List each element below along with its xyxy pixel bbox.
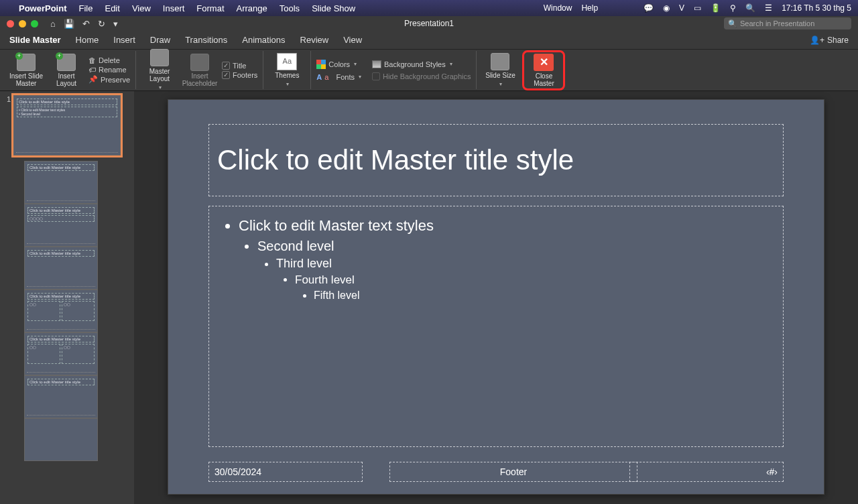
- status-viber-icon[interactable]: ◉: [663, 3, 670, 13]
- save-icon[interactable]: 💾: [64, 19, 74, 29]
- preserve-icon: 📌: [88, 75, 98, 84]
- layout-thumbnail[interactable]: Click to edit Master title style▢▢▢▢: [24, 290, 98, 332]
- tab-transitions[interactable]: Transitions: [185, 35, 227, 45]
- master-thumbnail[interactable]: Click to edit Master title style • Click…: [13, 95, 121, 155]
- menu-arrange[interactable]: Arrange: [237, 3, 267, 13]
- window-maximize-button[interactable]: [31, 20, 38, 27]
- window-close-button[interactable]: [7, 20, 14, 27]
- layout-thumbnail[interactable]: Click to edit Master title style: [24, 375, 98, 418]
- home-icon[interactable]: ⌂: [50, 19, 56, 29]
- slide-master[interactable]: Click to edit Master title style Click t…: [168, 99, 824, 495]
- hide-background-checkbox[interactable]: Hide Background Graphics: [372, 72, 471, 80]
- footers-checkbox[interactable]: Footers: [222, 71, 257, 79]
- status-chat-icon[interactable]: 💬: [644, 3, 654, 13]
- background-styles-dropdown[interactable]: Background Styles▾: [372, 60, 471, 68]
- menu-slideshow[interactable]: Slide Show: [312, 3, 355, 13]
- menu-tools[interactable]: Tools: [280, 3, 300, 13]
- plus-icon: +: [15, 52, 23, 60]
- title-checkbox[interactable]: Title: [222, 62, 257, 70]
- status-dock-icon[interactable]: ▭: [694, 3, 701, 13]
- slide-size-icon: [491, 53, 509, 70]
- master-layout-button[interactable]: Master Layout▾: [141, 49, 178, 91]
- tab-home[interactable]: Home: [76, 35, 99, 45]
- insert-placeholder-button[interactable]: Insert Placeholder: [182, 54, 218, 87]
- layout-thumbnail[interactable]: Click to edit Master title style: [24, 161, 98, 204]
- share-icon: 👤+: [810, 36, 824, 45]
- status-clock[interactable]: 17:16 Th 5 30 thg 5: [782, 3, 851, 13]
- delete-button[interactable]: 🗑Delete: [88, 56, 130, 64]
- window-minimize-button[interactable]: [19, 20, 26, 27]
- share-button[interactable]: 👤+Share: [810, 36, 849, 45]
- close-master-highlight: ✕ Close Master: [522, 50, 565, 90]
- layout-thumbnail[interactable]: Click to edit Master title style▢▢▢▢: [24, 204, 98, 247]
- title-placeholder[interactable]: Click to edit Master title style: [208, 124, 784, 196]
- rename-button[interactable]: 🏷Rename: [88, 66, 130, 74]
- search-icon: 🔍: [728, 19, 737, 28]
- slide-size-button[interactable]: Slide Size▾: [482, 53, 518, 88]
- tab-view[interactable]: View: [343, 35, 362, 45]
- tab-slide-master[interactable]: Slide Master: [9, 35, 61, 45]
- search-placeholder: Search in Presentation: [740, 19, 814, 27]
- qat-dropdown-icon[interactable]: ▾: [113, 19, 118, 29]
- fonts-dropdown[interactable]: Aa Fonts▾: [316, 73, 361, 81]
- menu-format[interactable]: Format: [196, 3, 224, 13]
- menu-view[interactable]: View: [132, 3, 151, 13]
- layout-thumbnail[interactable]: [24, 418, 98, 461]
- master-number: 1: [4, 95, 11, 103]
- tab-animations[interactable]: Animations: [242, 35, 285, 45]
- slide-canvas[interactable]: Click to edit Master title style Click t…: [134, 91, 858, 504]
- menu-edit[interactable]: Edit: [105, 3, 119, 13]
- colors-dropdown[interactable]: Colors▾: [316, 60, 361, 69]
- status-wifi-icon[interactable]: ⚲: [730, 3, 736, 13]
- status-v-icon[interactable]: V: [679, 3, 684, 13]
- status-search-icon[interactable]: 🔍: [745, 3, 755, 13]
- preserve-button[interactable]: 📌Preserve: [88, 75, 130, 84]
- layout-thumbnail[interactable]: Click to edit Master title style: [24, 247, 98, 290]
- menu-insert[interactable]: Insert: [163, 3, 185, 13]
- layout-thumbnail[interactable]: Click to edit Master title style▢▢▢▢: [24, 332, 98, 375]
- tab-insert[interactable]: Insert: [113, 35, 135, 45]
- tab-review[interactable]: Review: [300, 35, 329, 45]
- close-icon: ✕: [534, 54, 554, 71]
- app-name[interactable]: PowerPoint: [19, 3, 67, 13]
- date-placeholder[interactable]: 30/05/2024: [208, 462, 363, 482]
- themes-button[interactable]: Aa Themes▾: [269, 53, 305, 88]
- close-master-button[interactable]: ✕ Close Master: [526, 54, 562, 87]
- status-battery-icon[interactable]: 🔋: [711, 3, 721, 13]
- footer-placeholder[interactable]: Footer: [389, 462, 637, 482]
- delete-icon: 🗑: [88, 56, 96, 64]
- macos-menubar: PowerPoint File Edit View Insert Format …: [0, 0, 858, 16]
- menu-help[interactable]: Help: [581, 3, 598, 13]
- slide-thumbnails-panel[interactable]: 1 Click to edit Master title style • Cli…: [0, 91, 134, 504]
- work-area: 1 Click to edit Master title style • Cli…: [0, 91, 858, 504]
- status-control-icon[interactable]: ☰: [765, 3, 772, 13]
- themes-icon: Aa: [277, 53, 297, 70]
- fonts-icon: A: [316, 73, 322, 81]
- insert-layout-button[interactable]: + Insert Layout: [48, 54, 84, 87]
- insert-slide-master-button[interactable]: + Insert Slide Master: [8, 54, 44, 87]
- search-input[interactable]: 🔍 Search in Presentation: [724, 17, 851, 29]
- document-title: Presentation1: [404, 19, 454, 28]
- slidenumber-placeholder[interactable]: ‹#›: [629, 462, 784, 482]
- ribbon: + Insert Slide Master + Insert Layout 🗑D…: [0, 50, 858, 91]
- menu-window[interactable]: Window: [544, 3, 572, 13]
- redo-icon[interactable]: ↻: [98, 19, 105, 29]
- plus-icon: +: [56, 52, 63, 60]
- menu-file[interactable]: File: [79, 3, 93, 13]
- ribbon-tabs: Slide Master Home Insert Draw Transition…: [0, 31, 858, 50]
- body-placeholder[interactable]: Click to edit Master text styles Second …: [208, 206, 784, 447]
- background-styles-icon: [372, 60, 381, 68]
- rename-icon: 🏷: [88, 66, 96, 74]
- undo-icon[interactable]: ↶: [82, 19, 90, 29]
- colors-icon: [316, 60, 326, 69]
- tab-draw[interactable]: Draw: [150, 35, 170, 45]
- window-titlebar: ⌂ 💾 ↶ ↻ ▾ Presentation1 🔍 Search in Pres…: [0, 16, 858, 31]
